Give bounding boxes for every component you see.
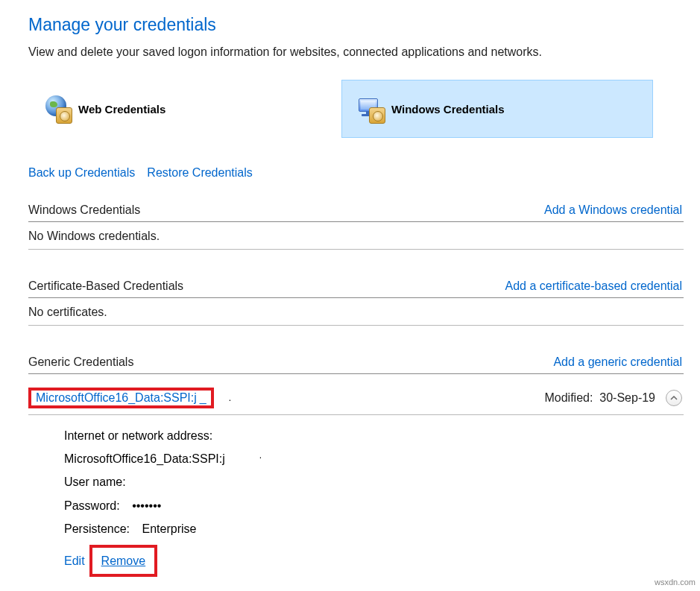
backup-restore-links: Back up Credentials Restore Credentials — [28, 166, 684, 180]
add-cert-credential-link[interactable]: Add a certificate-based credential — [505, 279, 682, 293]
section-title: Generic Credentials — [28, 355, 133, 369]
tab-web-credentials[interactable]: Web Credentials — [28, 80, 340, 138]
credential-name-link[interactable]: MicrosoftOffice16_Data:SSPI:j — [36, 391, 197, 405]
restore-credentials-link[interactable]: Restore Credentials — [147, 166, 252, 179]
username-label: User name — [64, 470, 126, 493]
truncation-dot: . — [230, 447, 262, 470]
section-header-windows: Windows Credentials Add a Windows creden… — [28, 203, 684, 222]
tab-windows-credentials[interactable]: Windows Credentials — [341, 80, 653, 138]
tab-label: Web Credentials — [78, 103, 165, 116]
address-label: Internet or network address — [64, 424, 212, 447]
password-value: ••••••• — [132, 494, 161, 517]
cert-empty-message: No certificates. — [28, 306, 684, 326]
persistence-value: Enterprise — [142, 517, 197, 540]
section-title: Certificate-Based Credentials — [28, 279, 183, 293]
backup-credentials-link[interactable]: Back up Credentials — [28, 166, 135, 179]
credential-actions: Edit Remove — [64, 545, 684, 577]
password-label: Password — [64, 494, 120, 517]
address-value: MicrosoftOffice16_Data:SSPI:j — [64, 447, 225, 470]
highlighted-remove: Remove — [89, 545, 158, 577]
page-title: Manage your credentials — [28, 15, 684, 35]
highlighted-credential-name: MicrosoftOffice16_Data:SSPI:j _ — [28, 388, 214, 408]
section-title: Windows Credentials — [28, 203, 140, 217]
credential-details: Internet or network address MicrosoftOff… — [28, 415, 684, 577]
watermark: wsxdn.com — [655, 578, 696, 587]
modified-label: Modified: — [544, 391, 596, 404]
windows-credentials-icon — [356, 94, 385, 124]
modified-value: 30-Sep-19 — [599, 391, 655, 404]
edit-credential-link[interactable]: Edit — [64, 549, 85, 572]
web-credentials-icon — [42, 94, 72, 124]
windows-empty-message: No Windows credentials. — [28, 230, 684, 250]
truncation-dot: . — [214, 393, 231, 403]
remove-credential-link[interactable]: Remove — [101, 554, 146, 567]
credential-tabs: Web Credentials Windows Credentials — [28, 80, 684, 138]
section-header-generic: Generic Credentials Add a generic creden… — [28, 355, 684, 374]
add-windows-credential-link[interactable]: Add a Windows credential — [544, 203, 682, 217]
tab-label: Windows Credentials — [391, 103, 505, 116]
section-header-cert: Certificate-Based Credentials Add a cert… — [28, 279, 684, 298]
credential-name-tail: _ — [200, 391, 206, 405]
add-generic-credential-link[interactable]: Add a generic credential — [553, 355, 682, 369]
page-subtitle: View and delete your saved logon informa… — [28, 45, 684, 59]
collapse-chevron-icon[interactable] — [666, 390, 682, 406]
modified-info: Modified: 30-Sep-19 — [544, 391, 660, 405]
credential-row[interactable]: MicrosoftOffice16_Data:SSPI:j _ . Modifi… — [28, 382, 684, 415]
persistence-label: Persistence — [64, 517, 130, 540]
